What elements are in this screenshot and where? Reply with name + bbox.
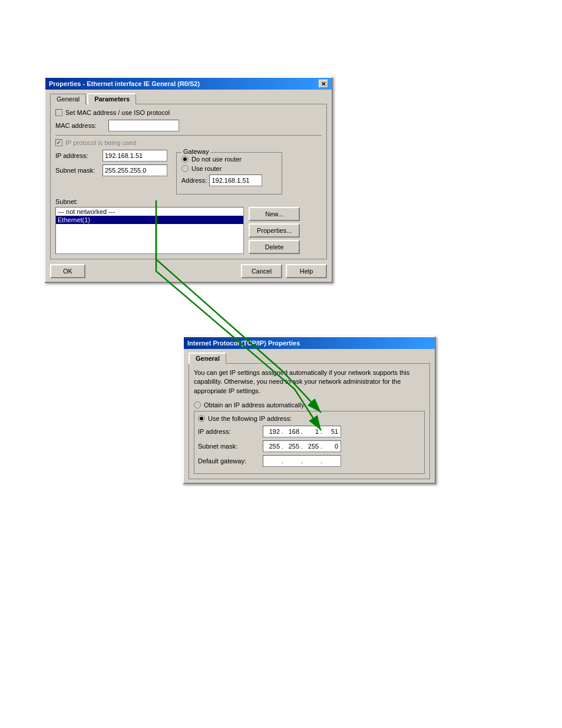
tcpip-dialog-titlebar: Internet Protocol (TCP/IP) Properties bbox=[184, 337, 435, 349]
ip-protocol-label: IP protocol is being used bbox=[65, 139, 136, 146]
tab-parameters-content: Set MAC address / use ISO protocol MAC a… bbox=[50, 104, 327, 259]
delete-button[interactable]: Delete bbox=[249, 240, 300, 254]
gateway-address-input[interactable] bbox=[209, 174, 262, 186]
ip-address-label: IP address: bbox=[55, 152, 103, 159]
use-following-label: Use the following IP address: bbox=[208, 415, 292, 422]
bottom-buttons: OK Cancel Help bbox=[50, 264, 327, 278]
tcpip-subnet-input[interactable]: . . . bbox=[263, 440, 341, 452]
tcpip-ip-row: IP address: . . . bbox=[198, 426, 421, 437]
close-button[interactable]: ✕ bbox=[319, 80, 328, 88]
ip-gateway-section: IP address: Subnet mask: Gateway Do not … bbox=[55, 150, 322, 195]
subnet-seg-a[interactable] bbox=[265, 443, 281, 450]
tab-parameters[interactable]: Parameters bbox=[87, 93, 136, 104]
gateway-legend: Gateway bbox=[181, 148, 210, 155]
subnet-listbox[interactable]: --- not networked --- Ethernet(1) bbox=[55, 207, 244, 254]
use-router-row: Use router bbox=[181, 165, 277, 172]
tcpip-dialog-title: Internet Protocol (TCP/IP) Properties bbox=[187, 340, 300, 347]
tcpip-gateway-row: Default gateway: . . . bbox=[198, 455, 421, 467]
ip-protocol-row: IP protocol is being used bbox=[55, 139, 322, 146]
ok-button[interactable]: OK bbox=[50, 264, 85, 278]
ip-protocol-checkbox[interactable] bbox=[55, 139, 62, 146]
tcpip-ip-input[interactable]: . . . bbox=[263, 426, 341, 437]
gateway-address-label: Address: bbox=[181, 177, 207, 184]
mac-address-input[interactable] bbox=[108, 120, 179, 131]
subnet-mask-label: Subnet mask: bbox=[55, 167, 103, 174]
properties-dialog: Properties - Ethernet interface IE Gener… bbox=[44, 77, 333, 283]
do-not-use-router-radio[interactable] bbox=[181, 156, 189, 163]
subnet-buttons: New... Properties... Delete bbox=[249, 207, 300, 254]
ip-seg-a[interactable] bbox=[265, 428, 281, 435]
ip-address-input[interactable] bbox=[103, 150, 167, 162]
list-item-ethernet1[interactable]: Ethernet(1) bbox=[56, 216, 243, 224]
properties-dialog-titlebar: Properties - Ethernet interface IE Gener… bbox=[45, 78, 332, 90]
gateway-groupbox: Gateway Do not use router Use router Add… bbox=[176, 152, 282, 195]
gw-seg-c[interactable] bbox=[303, 457, 320, 465]
tabs-row: General Parameters bbox=[50, 93, 327, 104]
tcpip-description: You can get IP settings assigned automat… bbox=[194, 368, 425, 396]
use-following-radio[interactable] bbox=[198, 415, 205, 422]
ip-seg-d[interactable] bbox=[323, 428, 339, 435]
mac-address-label: MAC address: bbox=[55, 122, 108, 129]
subnet-mask-input[interactable] bbox=[103, 164, 167, 176]
subnet-list-section: --- not networked --- Ethernet(1) New...… bbox=[55, 207, 322, 254]
do-not-use-router-row: Do not use router bbox=[181, 156, 277, 163]
subnet-section: Subnet: --- not networked --- Ethernet(1… bbox=[55, 198, 322, 254]
mac-address-row: MAC address: bbox=[55, 120, 322, 131]
use-following-row: Use the following IP address: bbox=[198, 415, 421, 422]
mac-checkbox-label: Set MAC address / use ISO protocol bbox=[65, 109, 170, 116]
tab-general[interactable]: General bbox=[50, 94, 86, 104]
subnet-mask-row: Subnet mask: bbox=[55, 164, 167, 176]
manual-ip-groupbox: Use the following IP address: IP address… bbox=[194, 411, 425, 474]
right-buttons: Cancel Help bbox=[241, 264, 327, 278]
gateway-address-row: Address: bbox=[181, 174, 277, 186]
gw-seg-a[interactable] bbox=[265, 457, 281, 465]
obtain-auto-row: Obtain an IP address automatically bbox=[194, 401, 425, 409]
subnet-label: Subnet: bbox=[55, 198, 78, 205]
gw-seg-b[interactable] bbox=[284, 457, 300, 465]
properties-dialog-title: Properties - Ethernet interface IE Gener… bbox=[49, 80, 200, 87]
ip-address-row: IP address: bbox=[55, 150, 167, 162]
tcpip-tabs-row: General bbox=[189, 353, 430, 364]
ip-seg-b[interactable] bbox=[284, 428, 300, 435]
obtain-auto-label: Obtain an IP address automatically bbox=[204, 401, 304, 409]
mac-checkbox-row: Set MAC address / use ISO protocol bbox=[55, 109, 322, 116]
help-button[interactable]: Help bbox=[286, 264, 327, 278]
tcpip-dialog: Internet Protocol (TCP/IP) Properties Ge… bbox=[183, 336, 436, 484]
tcpip-gateway-input[interactable]: . . . bbox=[263, 455, 341, 467]
use-router-radio[interactable] bbox=[181, 165, 189, 172]
use-router-label: Use router bbox=[191, 165, 222, 172]
subnet-seg-b[interactable] bbox=[284, 443, 300, 450]
do-not-use-router-label: Do not use router bbox=[191, 156, 242, 163]
subnet-seg-d[interactable] bbox=[323, 443, 339, 450]
tcpip-tab-content: You can get IP settings assigned automat… bbox=[189, 363, 430, 479]
tcpip-subnet-row: Subnet mask: . . . bbox=[198, 440, 421, 452]
cancel-button[interactable]: Cancel bbox=[241, 264, 282, 278]
tcpip-subnet-label: Subnet mask: bbox=[198, 443, 263, 450]
list-item-not-networked[interactable]: --- not networked --- bbox=[56, 207, 243, 216]
tcpip-tab-general[interactable]: General bbox=[189, 353, 226, 364]
obtain-auto-radio[interactable] bbox=[194, 401, 201, 409]
mac-checkbox[interactable] bbox=[55, 109, 62, 116]
properties-button[interactable]: Properties... bbox=[249, 223, 300, 238]
tcpip-ip-label: IP address: bbox=[198, 428, 263, 435]
gw-seg-d[interactable] bbox=[323, 457, 339, 465]
tcpip-gateway-label: Default gateway: bbox=[198, 457, 263, 465]
ip-subnet-section: IP address: Subnet mask: bbox=[55, 150, 167, 179]
ip-seg-c[interactable] bbox=[303, 428, 320, 435]
subnet-seg-c[interactable] bbox=[303, 443, 320, 450]
new-button[interactable]: New... bbox=[249, 207, 300, 221]
